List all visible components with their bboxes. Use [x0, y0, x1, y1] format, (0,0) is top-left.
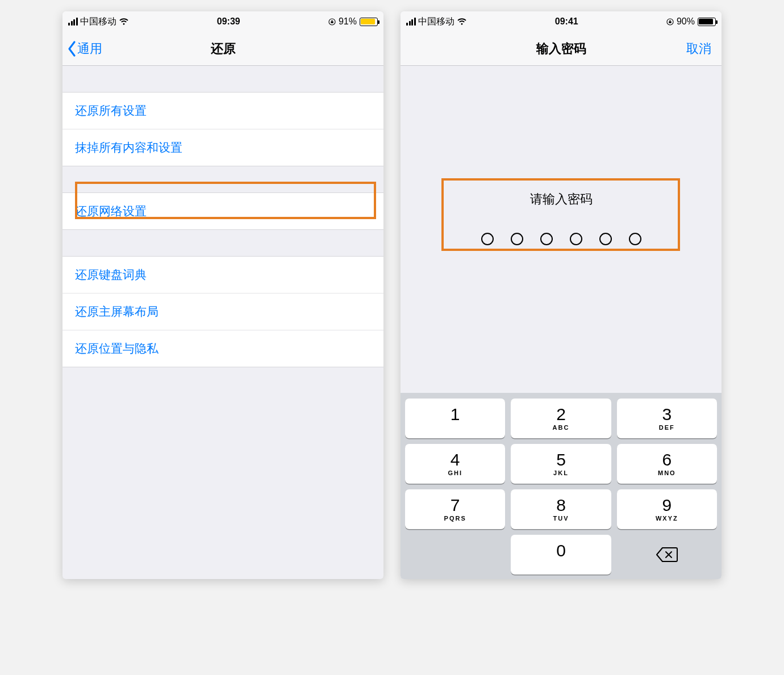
right-phone: 中国移动 09:41 90% 输入密码 取消 请输入密码 1 2ABC 3DEF…: [401, 11, 722, 579]
battery-icon: [360, 18, 378, 26]
back-label: 通用: [77, 40, 102, 57]
passcode-dot: [481, 233, 494, 245]
cancel-button[interactable]: 取消: [686, 40, 711, 57]
erase-all-content[interactable]: 抹掉所有内容和设置: [62, 129, 383, 166]
backspace-icon: [656, 547, 678, 563]
reset-network-settings[interactable]: 还原网络设置: [62, 193, 383, 229]
page-title: 输入密码: [536, 40, 586, 57]
reset-keyboard-dict[interactable]: 还原键盘词典: [62, 257, 383, 294]
key-0[interactable]: 0: [511, 535, 611, 575]
key-5[interactable]: 5JKL: [511, 444, 611, 484]
carrier-label: 中国移动: [418, 16, 454, 28]
reset-all-settings[interactable]: 还原所有设置: [62, 93, 383, 129]
passcode-area: 请输入密码: [401, 66, 722, 393]
reset-location-privacy[interactable]: 还原位置与隐私: [62, 330, 383, 367]
passcode-dot: [629, 233, 641, 245]
key-3[interactable]: 3DEF: [617, 399, 717, 438]
back-button[interactable]: 通用: [67, 40, 102, 57]
number-keypad: 1 2ABC 3DEF 4GHI 5JKL 6MNO 7PQRS 8TUV 9W…: [401, 393, 722, 579]
list-group-3: 还原键盘词典 还原主屏幕布局 还原位置与隐私: [62, 256, 383, 367]
wifi-icon: [457, 18, 467, 26]
reset-home-layout[interactable]: 还原主屏幕布局: [62, 294, 383, 330]
passcode-prompt: 请输入密码: [530, 191, 593, 208]
battery-icon: [698, 18, 716, 26]
carrier-label: 中国移动: [80, 16, 116, 28]
key-1[interactable]: 1: [405, 399, 505, 438]
key-9[interactable]: 9WXYZ: [617, 489, 717, 529]
nav-bar: 输入密码 取消: [401, 32, 722, 66]
nav-bar: 通用 还原: [62, 32, 383, 66]
orientation-lock-icon: [328, 18, 336, 26]
key-8[interactable]: 8TUV: [511, 489, 611, 529]
signal-icon: [68, 18, 78, 26]
key-6[interactable]: 6MNO: [617, 444, 717, 484]
list-group-1: 还原所有设置 抹掉所有内容和设置: [62, 92, 383, 166]
status-time: 09:39: [217, 16, 240, 27]
status-time: 09:41: [555, 16, 578, 27]
left-phone: 中国移动 09:39 91% 通用 还原 还原所有设置 抹掉所有内容和设置 还原…: [62, 11, 383, 579]
passcode-dot: [599, 233, 612, 245]
wifi-icon: [119, 18, 129, 26]
key-2[interactable]: 2ABC: [511, 399, 611, 438]
passcode-dot: [570, 233, 582, 245]
list-group-2: 还原网络设置: [62, 192, 383, 230]
chevron-left-icon: [67, 40, 77, 57]
status-bar: 中国移动 09:39 91%: [62, 11, 383, 32]
key-delete[interactable]: [617, 535, 717, 575]
key-4[interactable]: 4GHI: [405, 444, 505, 484]
passcode-dot: [540, 233, 553, 245]
status-bar: 中国移动 09:41 90%: [401, 11, 722, 32]
orientation-lock-icon: [666, 18, 674, 26]
passcode-dots: [481, 233, 641, 245]
key-blank: [405, 535, 505, 575]
signal-icon: [406, 18, 416, 26]
battery-pct: 91%: [339, 16, 357, 27]
battery-pct: 90%: [677, 16, 695, 27]
key-7[interactable]: 7PQRS: [405, 489, 505, 529]
passcode-dot: [511, 233, 523, 245]
page-title: 还原: [211, 40, 236, 57]
